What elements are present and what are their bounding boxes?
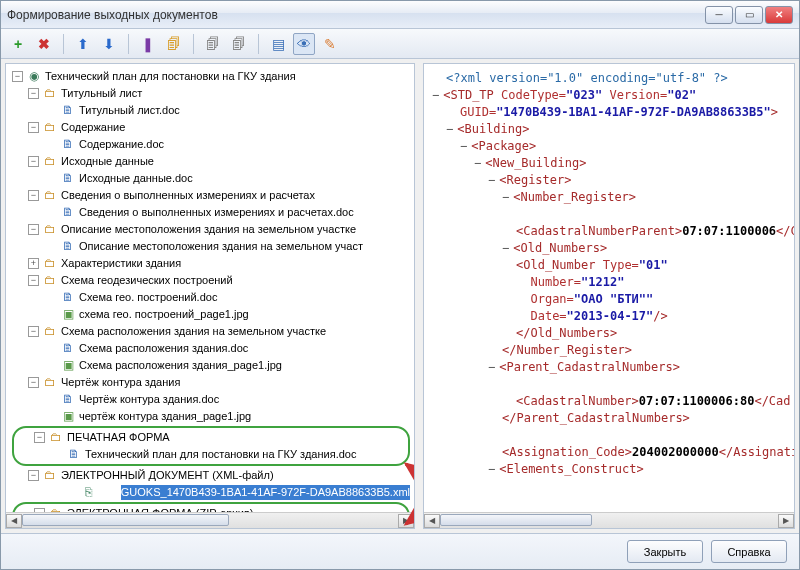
tree-file[interactable]: 🗎Технический план для постановки на ГКУ … [16,446,406,463]
tree[interactable]: − ◉ Технический план для постановки на Г… [6,64,414,512]
move-down-button[interactable]: ⬇ [98,33,120,55]
add-button[interactable]: + [7,33,29,55]
tree-file[interactable]: 🗎Сведения о выполненных измерениях и рас… [10,204,412,221]
tree-file[interactable]: 🗎Схема гео. построений.doc [10,289,412,306]
collapse-icon[interactable]: − [28,224,39,235]
tool-button-1[interactable]: ❚ [137,33,159,55]
list-button[interactable]: ▤ [267,33,289,55]
folder-icon: 🗀 [43,121,57,135]
scroll-left-icon[interactable]: ◀ [424,514,440,528]
tree-folder[interactable]: −🗀Схема расположения здания на земельном… [10,323,412,340]
scroll-right-icon[interactable]: ▶ [398,514,414,528]
remove-button[interactable]: ✖ [33,33,55,55]
scroll-track[interactable] [22,514,398,528]
tool-button-2[interactable]: 🗐 [163,33,185,55]
tree-label: Схема расположения здания_page1.jpg [79,358,282,373]
collapse-icon[interactable]: − [28,326,39,337]
callout-print-form: −🗀ПЕЧАТНАЯ ФОРМА 🗎Технический план для п… [12,426,410,466]
toolbar-separator [128,34,129,54]
folder-icon: 🗀 [43,223,57,237]
minimize-button[interactable]: ─ [705,6,733,24]
tree-folder[interactable]: −🗀Сведения о выполненных измерениях и ра… [10,187,412,204]
tree-folder[interactable]: −🗀ЭЛЕКТРОННЫЙ ДОКУМЕНТ (XML-файл) [10,467,412,484]
tree-label: Титульный лист.doc [79,103,180,118]
maximize-button[interactable]: ▭ [735,6,763,24]
collapse-icon[interactable]: − [28,88,39,99]
tree-folder[interactable]: −🗀ПЕЧАТНАЯ ФОРМА [16,429,406,446]
tree-folder[interactable]: −🗀Содержание [10,119,412,136]
scroll-thumb[interactable] [22,514,229,526]
xml-view[interactable]: <?xml version="1.0" encoding="utf-8" ?> … [424,64,794,512]
tree-label: Схема расположения здания.doc [79,341,248,356]
tree-hscrollbar[interactable]: ◀ ▶ [6,512,414,528]
tree-folder[interactable]: −🗀Чертёж контура здания [10,374,412,391]
folder-icon: 🗀 [43,155,57,169]
xml-hscrollbar[interactable]: ◀ ▶ [424,512,794,528]
tree-label: GUOKS_1470B439-1BA1-41AF-972F-DA9AB88633… [121,485,410,500]
close-dialog-button[interactable]: Закрыть [627,540,703,563]
collapse-icon[interactable]: − [28,122,39,133]
tool-button-4[interactable]: 🗐 [228,33,250,55]
preview-button[interactable]: 👁 [293,33,315,55]
tree-file[interactable]: 🗎Исходные данные.doc [10,170,412,187]
collapse-icon[interactable]: − [12,71,23,82]
tree-label: ПЕЧАТНАЯ ФОРМА [67,430,170,445]
tree-label: Сведения о выполненных измерениях и расч… [79,205,354,220]
edit-button[interactable]: ✎ [319,33,341,55]
tree-label: Описание местоположения здания на земель… [61,222,356,237]
xml-pi: <?xml version="1.0" encoding="utf-8" ?> [446,71,728,85]
tree-label: Чертёж контура здания.doc [79,392,219,407]
scroll-track[interactable] [440,514,778,528]
collapse-icon[interactable]: − [28,377,39,388]
tree-file[interactable]: ▣схема гео. построений_page1.jpg [10,306,412,323]
help-button[interactable]: Справка [711,540,787,563]
tree-folder[interactable]: +🗀Характеристики здания [10,255,412,272]
tree-folder[interactable]: −🗀Титульный лист [10,85,412,102]
window-title: Формирование выходных документов [7,8,703,22]
tree-root[interactable]: − ◉ Технический план для постановки на Г… [10,68,412,85]
folder-icon: 🗀 [43,376,57,390]
move-up-button[interactable]: ⬆ [72,33,94,55]
tree-folder[interactable]: −🗀Схема геодезических построений [10,272,412,289]
callout-zip-form: −🗀ЭЛЕКТРОННАЯ ФОРМА (ZIP-архив) ◫GUOKS_C… [12,502,410,512]
doc-icon: 🗎 [67,448,81,462]
expand-icon[interactable]: + [28,258,39,269]
tree-file[interactable]: 🗎Титульный лист.doc [10,102,412,119]
tree-label: чертёж контура здания_page1.jpg [79,409,251,424]
tree-folder[interactable]: −🗀Описание местоположения здания на земе… [10,221,412,238]
tree-label: Схема геодезических построений [61,273,233,288]
collapse-icon[interactable]: − [28,156,39,167]
tree-file[interactable]: 🗎Схема расположения здания.doc [10,340,412,357]
collapse-icon[interactable]: − [34,432,45,443]
tree-file[interactable]: 🗎Содержание.doc [10,136,412,153]
close-button[interactable]: ✕ [765,6,793,24]
tree-label: схема гео. построений_page1.jpg [79,307,249,322]
tree-label: Сведения о выполненных измерениях и расч… [61,188,315,203]
image-icon: ▣ [61,410,75,424]
tree-folder[interactable]: −🗀Исходные данные [10,153,412,170]
toolbar: + ✖ ⬆ ⬇ ❚ 🗐 🗐 🗐 ▤ 👁 ✎ [1,29,799,59]
tree-file[interactable]: 🗎Описание местоположения здания на земел… [10,238,412,255]
tree-label: Содержание [61,120,125,135]
tree-label: Чертёж контура здания [61,375,180,390]
tool-button-3[interactable]: 🗐 [202,33,224,55]
collapse-icon[interactable]: − [28,190,39,201]
main-window: Формирование выходных документов ─ ▭ ✕ +… [0,0,800,570]
scroll-thumb[interactable] [440,514,592,526]
tree-folder[interactable]: −🗀ЭЛЕКТРОННАЯ ФОРМА (ZIP-архив) [16,505,406,512]
tree-label: Исходные данные.doc [79,171,193,186]
collapse-icon[interactable]: − [28,470,39,481]
tree-label: Исходные данные [61,154,154,169]
scroll-right-icon[interactable]: ▶ [778,514,794,528]
tree-file[interactable]: ▣Схема расположения здания_page1.jpg [10,357,412,374]
toolbar-separator [193,34,194,54]
tree-file[interactable]: 🗎Чертёж контура здания.doc [10,391,412,408]
body: − ◉ Технический план для постановки на Г… [1,59,799,533]
tree-label: Схема расположения здания на земельном у… [61,324,326,339]
scroll-left-icon[interactable]: ◀ [6,514,22,528]
doc-icon: 🗎 [61,172,75,186]
tree-file[interactable]: ▣чертёж контура здания_page1.jpg [10,408,412,425]
xml-icon: ⎘ [61,486,117,500]
collapse-icon[interactable]: − [28,275,39,286]
tree-file-selected[interactable]: ⎘GUOKS_1470B439-1BA1-41AF-972F-DA9AB8863… [10,484,412,501]
